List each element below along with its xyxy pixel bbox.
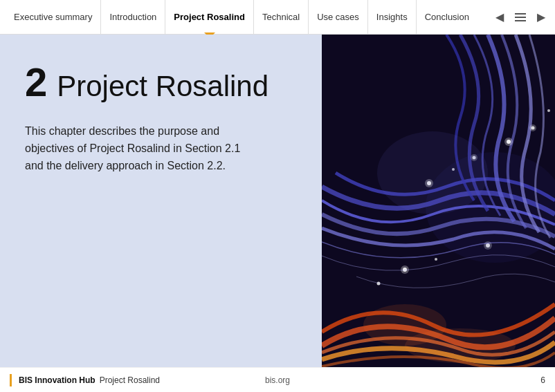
menu-line-3 bbox=[515, 20, 526, 21]
chapter-number: 2 bbox=[25, 62, 47, 102]
chapter-title-block: 2 Project Rosalind bbox=[25, 62, 297, 102]
abstract-visual bbox=[322, 35, 555, 367]
left-panel: 2 Project Rosalind This chapter describe… bbox=[0, 35, 322, 367]
svg-point-8 bbox=[529, 124, 536, 131]
right-panel bbox=[322, 35, 555, 367]
menu-icon-button[interactable] bbox=[512, 9, 529, 26]
footer-website: bis.org bbox=[265, 375, 290, 385]
nav-item-introduction[interactable]: Introduction bbox=[101, 0, 165, 34]
top-navigation: Executive summary Introduction Project R… bbox=[0, 0, 555, 35]
footer-accent-bar bbox=[10, 374, 12, 386]
svg-point-10 bbox=[547, 109, 550, 112]
svg-point-14 bbox=[435, 258, 437, 261]
footer-org-name: BIS Innovation Hub bbox=[19, 375, 95, 385]
menu-line-2 bbox=[515, 17, 526, 18]
nav-item-technical[interactable]: Technical bbox=[254, 0, 309, 34]
svg-point-6 bbox=[504, 138, 513, 146]
footer-left: BIS Innovation Hub Project Rosalind bbox=[10, 374, 160, 386]
nav-item-conclusion[interactable]: Conclusion bbox=[417, 0, 477, 34]
footer: BIS Innovation Hub Project Rosalind bis.… bbox=[0, 367, 555, 392]
footer-subtitle: Project Rosalind bbox=[100, 375, 160, 385]
nav-item-executive-summary[interactable]: Executive summary bbox=[6, 0, 101, 34]
next-arrow-button[interactable]: ▶ bbox=[533, 9, 549, 26]
main-content: 2 Project Rosalind This chapter describe… bbox=[0, 35, 555, 367]
menu-line-1 bbox=[515, 13, 526, 15]
nav-controls: ◀ ▶ bbox=[486, 9, 549, 26]
chapter-description: This chapter describes the purpose and o… bbox=[25, 123, 260, 174]
footer-page-number: 6 bbox=[540, 375, 545, 385]
nav-item-insights[interactable]: Insights bbox=[368, 0, 417, 34]
svg-point-18 bbox=[405, 328, 516, 363]
svg-point-20 bbox=[377, 131, 488, 214]
prev-arrow-button[interactable]: ◀ bbox=[491, 9, 508, 26]
nav-items: Executive summary Introduction Project R… bbox=[6, 0, 486, 34]
nav-item-use-cases[interactable]: Use cases bbox=[309, 0, 368, 34]
chapter-name: Project Rosalind bbox=[57, 71, 269, 102]
nav-item-project-rosalind[interactable]: Project Rosalind bbox=[165, 0, 254, 34]
